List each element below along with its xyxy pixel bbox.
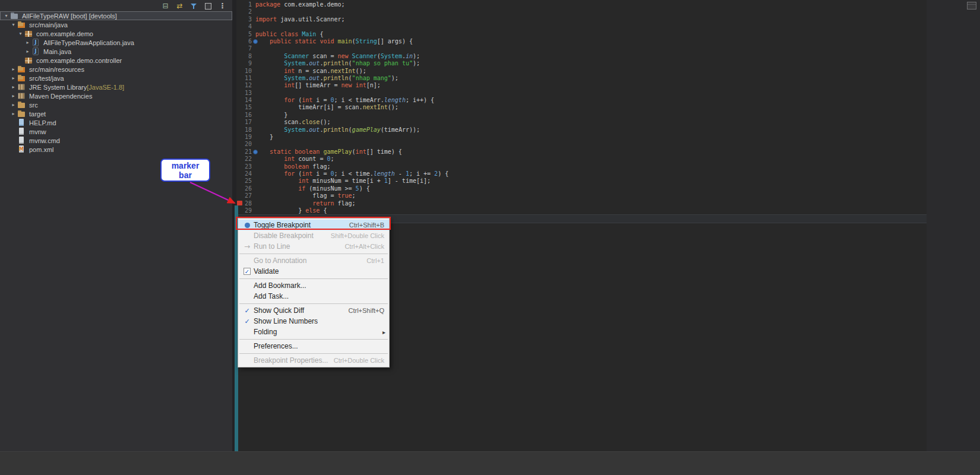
collapse-all-icon[interactable]: ⊟ (160, 2, 170, 11)
tree-item[interactable]: ▸src/main/resources (0, 65, 232, 74)
code-line[interactable]: int count = 0; (255, 156, 927, 163)
menu-item-go-to-annotation[interactable]: Go to AnnotationCtrl+1 (238, 255, 389, 266)
code-line[interactable]: Scanner scan = new Scanner(System.in); (255, 53, 927, 60)
line-number[interactable]: 12 (236, 82, 252, 89)
code-line[interactable]: } (255, 134, 927, 141)
menu-item-breakpoint-properties[interactable]: Breakpoint Properties...Ctrl+Double Clic… (238, 355, 389, 366)
code-line[interactable] (255, 141, 927, 148)
line-number[interactable]: 14 (236, 97, 252, 104)
code-line[interactable]: package com.example.demo; (255, 1, 927, 8)
tree-item[interactable]: ▸Main.java (0, 47, 232, 56)
menu-item-folding[interactable]: Folding▸ (238, 327, 389, 337)
breakpoint-icon[interactable] (253, 39, 258, 44)
tree-item[interactable]: ▸AllFileTypeRawApplication.java (0, 38, 232, 47)
line-number[interactable]: 6 (236, 38, 252, 45)
collapse-arrow-icon[interactable]: ▾ (17, 31, 24, 36)
code-line[interactable]: boolean flag; (255, 163, 927, 170)
code-line[interactable]: public static void main(String[] args) { (255, 38, 927, 45)
focus-icon[interactable] (203, 2, 213, 11)
tree-item[interactable]: ▸src (0, 100, 232, 109)
tree-item[interactable]: ▸JRE System Library [JavaSE-1.8] (0, 83, 232, 91)
tree-item[interactable]: ▸Maven Dependencies (0, 91, 232, 100)
line-number[interactable]: 9 (236, 60, 252, 67)
code-line[interactable] (255, 90, 927, 97)
line-number[interactable]: 22 (236, 156, 252, 163)
minimized-view-icon[interactable] (967, 2, 976, 10)
line-number[interactable]: 2 (236, 8, 252, 15)
expand-arrow-icon[interactable]: ▸ (10, 111, 17, 116)
menu-item-toggle-breakpoint[interactable]: Toggle BreakpointCtrl+Shift+B (238, 220, 389, 230)
line-number[interactable]: 16 (236, 112, 252, 119)
line-number[interactable]: 17 (236, 119, 252, 126)
code-line[interactable]: if (minusNum >= 5) { (255, 185, 927, 192)
code-line[interactable]: static boolean gamePlay(int[] time) { (255, 148, 927, 156)
code-line[interactable]: int[] timeArr = new int[n]; (255, 82, 927, 89)
filter-icon[interactable] (189, 2, 199, 11)
menu-item-run-to-line[interactable]: →Run to LineCtrl+Alt+Click (238, 241, 389, 252)
tree-item[interactable]: pom.xml (0, 145, 232, 154)
code-line[interactable]: int minusNum = time[i + 1] - time[i]; (255, 178, 927, 185)
tree-item[interactable]: ▸target (0, 109, 232, 118)
menu-item-show-quick-diff[interactable]: ✓Show Quick DiffCtrl+Shift+Q (238, 305, 389, 316)
expand-arrow-icon[interactable]: ▸ (10, 102, 17, 107)
line-number[interactable]: 13 (236, 90, 252, 97)
line-number[interactable]: 5 (236, 31, 252, 38)
menu-item-disable-breakpoint[interactable]: Disable BreakpointShift+Double Click (238, 230, 389, 241)
line-number[interactable]: 7 (236, 45, 252, 52)
view-menu-icon[interactable]: ⋮ (217, 2, 227, 11)
expand-arrow-icon[interactable]: ▸ (10, 75, 17, 81)
menu-item-add-bookmark[interactable]: Add Bookmark... (238, 280, 389, 291)
line-number[interactable]: 19 (236, 134, 252, 141)
code-line[interactable]: import java.util.Scanner; (255, 16, 927, 23)
line-number[interactable]: 23 (236, 163, 252, 170)
code-line[interactable]: for (int i = 0; i < timeArr.length; i++)… (255, 97, 927, 104)
code-line[interactable] (255, 45, 927, 52)
code-line[interactable]: scan.close(); (255, 119, 927, 126)
tree-item[interactable]: ▾src/main/java (0, 20, 232, 29)
expand-arrow-icon[interactable]: ▸ (10, 66, 17, 72)
menu-item-validate[interactable]: ✓Validate (238, 266, 389, 277)
collapse-arrow-icon[interactable]: ▾ (10, 22, 17, 27)
line-number[interactable]: 10 (236, 68, 252, 75)
code-line[interactable]: } else { (255, 207, 927, 214)
expand-arrow-icon[interactable]: ▸ (24, 40, 31, 45)
tree-item[interactable]: ▸src/test/java (0, 74, 232, 83)
line-number[interactable]: 11 (236, 75, 252, 82)
expand-arrow-icon[interactable]: ▸ (10, 84, 17, 90)
line-number[interactable]: 26 (236, 185, 252, 192)
code-line[interactable]: for (int i = 0; i < time.length - 1; i +… (255, 170, 927, 178)
code-line[interactable] (255, 23, 927, 30)
line-number[interactable]: 1 (236, 1, 252, 8)
code-line[interactable]: timeArr[i] = scan.nextInt(); (255, 104, 927, 111)
gutter[interactable]: 1234567891011121314151617181920212223242… (236, 1, 252, 214)
tree-item[interactable]: mvnw.cmd (0, 136, 232, 145)
line-number[interactable]: 8 (236, 53, 252, 60)
line-number[interactable]: 25 (236, 178, 252, 185)
menu-item-preferences[interactable]: Preferences... (238, 341, 389, 352)
line-number[interactable]: 24 (236, 170, 252, 178)
tree-item[interactable]: ▾com.example.demo (0, 29, 232, 38)
line-number[interactable]: 21 (236, 148, 252, 156)
code-line[interactable]: } (255, 112, 927, 119)
expand-arrow-icon[interactable]: ▸ (10, 93, 17, 99)
menu-item-add-task[interactable]: Add Task... (238, 291, 389, 302)
code-line[interactable]: System.out.println("nhap mang"); (255, 75, 927, 82)
collapse-arrow-icon[interactable]: ▾ (3, 13, 10, 18)
link-with-editor-icon[interactable]: ⇄ (175, 2, 185, 11)
line-number[interactable]: 29 (236, 207, 252, 214)
tree-item[interactable]: ▾AllFileTypeRAW [boot] [devtools] (0, 11, 232, 20)
code-line[interactable]: System.out.println("nhap so phan tu"); (255, 60, 927, 67)
menu-item-show-line-numbers[interactable]: ✓Show Line Numbers (238, 316, 389, 327)
code-line[interactable]: return flag; (255, 200, 927, 207)
line-number[interactable]: 20 (236, 141, 252, 148)
code-line[interactable] (255, 8, 927, 15)
line-number[interactable]: 3 (236, 16, 252, 23)
code-line[interactable]: System.out.println(gamePlay(timeArr)); (255, 126, 927, 134)
tree-item[interactable]: HELP.md (0, 118, 232, 127)
line-number[interactable]: 27 (236, 192, 252, 200)
line-number[interactable]: 15 (236, 104, 252, 111)
code-area[interactable]: package com.example.demo;import java.uti… (255, 1, 927, 214)
tree-item[interactable]: mvnw (0, 127, 232, 136)
code-line[interactable]: public class Main { (255, 31, 927, 38)
breakpoint-icon[interactable] (253, 150, 258, 154)
